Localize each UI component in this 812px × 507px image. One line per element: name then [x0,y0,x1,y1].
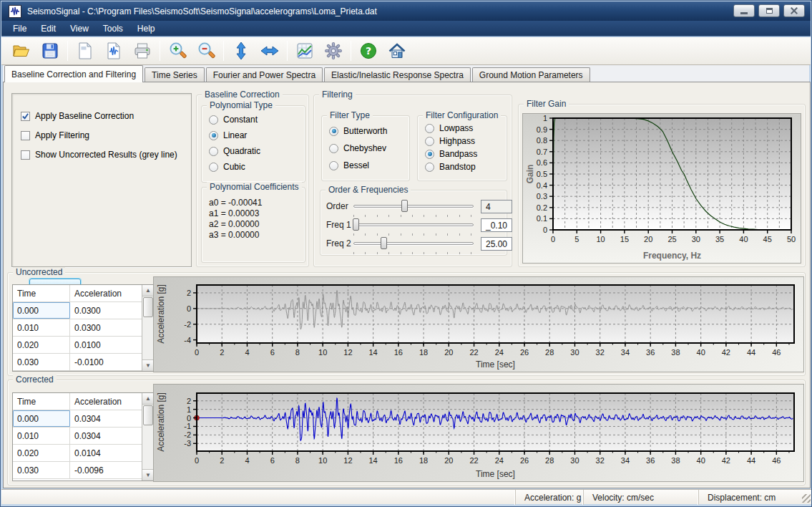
freq-2-value[interactable]: 25.00 [481,237,512,251]
slider-track[interactable] [353,223,474,226]
home-button[interactable] [383,39,411,63]
freq-1-slider[interactable] [353,218,474,232]
zoom-out-button[interactable] [192,39,220,63]
svg-text:42: 42 [722,348,730,357]
table-cell[interactable]: 0.0300 [70,302,130,319]
svg-text:2: 2 [187,397,191,405]
table-cell[interactable]: 0.000 [13,302,70,319]
table-cell[interactable]: 0.010 [13,428,70,444]
menu-file[interactable]: File [6,21,34,36]
svg-text:40: 40 [739,235,748,243]
table-cell[interactable]: 0.0304 [70,410,130,427]
table-cell[interactable]: -0.0096 [70,462,130,478]
order-slider[interactable] [353,199,474,213]
radio-highpass[interactable]: Highpass [425,136,475,146]
table-cell[interactable]: 0.030 [13,354,70,370]
svg-text:30: 30 [570,348,579,357]
radio-bandstop[interactable]: Bandstop [425,162,476,172]
help-button[interactable]: ? [354,39,383,63]
vertical-scrollbar[interactable]: ▲▼ [142,285,154,371]
radio-lowpass[interactable]: Lowpass [425,123,473,133]
menu-edit[interactable]: Edit [34,21,63,36]
accelerogram-view-button[interactable] [99,39,128,63]
table-cell[interactable]: 0.0100 [70,337,130,353]
uncorrected-chart[interactable]: 0246810121416182022242628303234363840424… [153,276,804,372]
open-file-button[interactable] [7,39,36,63]
table-cell[interactable]: 0.020 [13,445,70,461]
polynomial-type-group: Polynomial Type ConstantLinearQuadraticC… [201,105,305,183]
vertical-scrollbar[interactable]: ▲▼ [142,393,154,481]
column-header-time[interactable]: Time [13,285,70,301]
table-cell[interactable]: 0.030 [13,462,70,478]
svg-text:38: 38 [671,456,680,465]
radio-selected-icon [425,150,434,159]
menu-tools[interactable]: Tools [96,21,130,36]
tab-elastic-inelastic-response-spectra[interactable]: Elastic/Inelastic Response Spectra [324,67,471,82]
tab-baseline-correction-and-filtering[interactable]: Baseline Correction and Filtering [4,65,143,82]
svg-text:4: 4 [245,456,249,465]
table-cell[interactable]: 0.000 [13,410,70,427]
status-acceleration: Acceleration: g [515,490,583,505]
table-cell[interactable]: 0.0304 [70,428,130,444]
radio-butterworth[interactable]: Butterworth [329,126,387,136]
scrollbar-thumb[interactable] [143,405,153,425]
zoom-in-button[interactable] [163,39,192,63]
freq-2-slider[interactable] [353,236,474,251]
menu-help[interactable]: Help [130,21,162,36]
radio-icon [209,163,218,172]
table-cell[interactable]: 0.010 [13,319,70,336]
radio-chebyshev[interactable]: Chebyshev [329,143,386,153]
minimize-button[interactable] [733,4,755,17]
tab-ground-motion-parameters[interactable]: Ground Motion Parameters [472,67,590,82]
corrected-table[interactable]: TimeAcceleration0.0000.03040.0100.03040.… [12,392,155,481]
radio-quadratic[interactable]: Quadratic [209,146,260,156]
settings-button[interactable] [319,39,348,63]
scroll-down-icon[interactable]: ▼ [142,359,154,371]
tab-bar: Baseline Correction and FilteringTime Se… [3,65,809,82]
scroll-down-icon[interactable]: ▼ [142,469,154,481]
scroll-up-icon[interactable]: ▲ [142,393,154,405]
checkbox-show-uncorrected-results-grey-line[interactable]: Show Uncorrected Results (grey line) [21,150,177,160]
filter-gain-chart[interactable]: 0510152025303540455000.10.20.30.40.50.60… [522,113,801,264]
table-cell[interactable]: 0.0300 [70,319,130,336]
filter-gain-group: Filter Gain 0510152025303540455000.10.20… [518,104,806,267]
scroll-up-icon[interactable]: ▲ [142,285,154,296]
close-button[interactable] [783,4,805,17]
uncorrected-table[interactable]: TimeAcceleration0.0000.03000.0100.03000.… [12,284,155,372]
report-button[interactable] [71,39,99,63]
slider-thumb[interactable] [381,237,387,249]
slider-track[interactable] [353,205,474,208]
column-header-acceleration[interactable]: Acceleration [70,285,130,301]
column-header-time[interactable]: Time [13,393,70,410]
scrollbar-thumb[interactable] [143,297,153,317]
slider-thumb[interactable] [353,218,359,231]
baseline-correction-group: Baseline Correction Polynomial Type Cons… [196,95,309,267]
chart-options-button[interactable] [290,39,319,63]
save-button[interactable] [36,39,64,63]
tab-time-series[interactable]: Time Series [145,67,205,82]
title-bar[interactable]: SeismoSignal - C:\Program Files\SeismoSo… [1,1,811,21]
table-cell[interactable]: -0.0100 [70,354,130,370]
column-header-acceleration[interactable]: Acceleration [70,393,130,410]
fit-horizontal-button[interactable] [255,39,284,63]
radio-constant[interactable]: Constant [209,115,258,125]
corrected-chart[interactable]: 0246810121416182022242628303234363840424… [153,384,804,482]
maximize-button[interactable] [758,4,780,17]
radio-cubic[interactable]: Cubic [209,162,245,172]
slider-thumb[interactable] [401,200,408,212]
table-cell[interactable]: 0.020 [13,337,70,353]
svg-text:44: 44 [747,348,755,357]
freq-1-value[interactable]: _0.10 [481,218,512,232]
checkbox-apply-baseline-correction[interactable]: Apply Baseline Correction [21,111,134,121]
radio-linear[interactable]: Linear [209,130,247,140]
table-cell[interactable]: 0.0104 [70,445,130,461]
checkbox-apply-filtering[interactable]: Apply Filtering [21,130,89,140]
slider-track[interactable] [353,242,474,245]
radio-bessel[interactable]: Bessel [329,160,369,170]
fit-vertical-button[interactable] [227,39,255,63]
document-wave-icon [104,42,123,60]
menu-view[interactable]: View [63,21,96,36]
print-button[interactable] [128,39,157,63]
tab-fourier-and-power-spectra[interactable]: Fourier and Power Spectra [206,67,323,82]
radio-bandpass[interactable]: Bandpass [425,149,477,159]
